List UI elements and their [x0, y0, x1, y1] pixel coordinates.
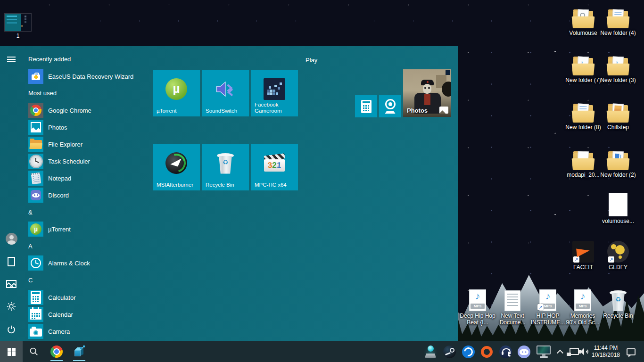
tile-facebook-gameroom[interactable]: Facebook Gameroom	[251, 70, 298, 116]
folder-documents-icon	[607, 9, 629, 28]
uplay-icon	[462, 346, 475, 358]
tray-monitor-app-button[interactable]	[534, 341, 553, 362]
app-task-scheduler[interactable]: Task Scheduler	[28, 154, 152, 169]
folder-plain-icon	[572, 151, 594, 170]
desktop-icon-new-folder-8[interactable]: New folder (8)	[565, 100, 601, 131]
desktop-icon-new-text-document[interactable]: New Text Docume...	[495, 288, 530, 326]
desktop-icon-label: GLDFY	[600, 264, 636, 271]
app-calendar[interactable]: Calendar	[28, 307, 152, 322]
folder-music-icon	[572, 57, 594, 75]
tile-utorrent[interactable]: µTorrent	[153, 70, 200, 116]
chrome-icon	[50, 346, 63, 358]
wallpaper-engine-icon	[423, 345, 438, 359]
desktop-icon-label: 1	[3, 33, 33, 39]
soundswitch-icon	[215, 79, 236, 99]
tray-uplay-button[interactable]	[459, 341, 477, 362]
taskbar-clock[interactable]: 11:44 PM 10/18/2018	[590, 341, 621, 362]
tile-soundswitch[interactable]: SoundSwitch	[202, 70, 249, 116]
shortcut-arrow-icon	[537, 304, 544, 310]
desktop-icon-label: Memories 90's Old Sc...	[565, 313, 601, 326]
settings-button[interactable]	[0, 296, 23, 317]
windows-logo-icon	[8, 348, 16, 356]
tile-mpc-hc[interactable]: 321 MPC-HC x64	[251, 144, 298, 190]
action-center-button[interactable]	[621, 341, 640, 362]
section-recently-added: Recently added	[28, 56, 71, 63]
tray-network-button[interactable]	[566, 341, 578, 362]
app-camera[interactable]: Camera	[28, 324, 152, 339]
start-button[interactable]	[0, 341, 23, 362]
section-symbol: &	[28, 209, 33, 216]
app-file-explorer[interactable]: File Explorer	[28, 137, 152, 152]
tray-discord-button[interactable]	[515, 341, 533, 362]
text-file-icon	[504, 290, 520, 311]
tray-origin-button[interactable]	[478, 341, 495, 362]
app-photos[interactable]: Photos	[28, 120, 152, 135]
user-account-button[interactable]	[0, 228, 23, 249]
tray-steam-button[interactable]	[440, 341, 458, 362]
app-notepad[interactable]: Notepad	[28, 171, 152, 186]
headset-icon	[499, 346, 512, 358]
desktop-icon-memories[interactable]: MP3 Memories 90's Old Sc...	[565, 288, 601, 326]
taskbar-modapi-button[interactable]	[68, 341, 91, 362]
desktop-icon-label: Deep Hip Hop Beat {I...	[460, 313, 495, 326]
app-calculator[interactable]: Calculator	[28, 290, 152, 305]
desktop-icon-new-folder-7[interactable]: New folder (7)	[565, 53, 601, 83]
pictures-button[interactable]	[0, 273, 23, 294]
app-easeus-data-recovery[interactable]: EaseUS Data Recovery Wizard	[28, 69, 152, 84]
calculator-icon	[361, 100, 372, 113]
speaker-volume-icon	[579, 347, 590, 356]
shortcut-arrow-icon	[573, 256, 579, 263]
tile-msi-afterburner[interactable]: MSIAfterburner	[153, 144, 200, 190]
mp3-badge: MP3	[576, 304, 590, 309]
desktop-icon-faceit[interactable]: FACEIT	[565, 240, 601, 271]
desktop-icon-chillstep[interactable]: Chillstep	[600, 100, 636, 131]
desktop-icon-new-folder-2[interactable]: New folder (2)	[600, 148, 636, 178]
app-utorrent[interactable]: µTorrent	[28, 222, 152, 237]
desktop-icon-recycle-bin[interactable]: ♻ Recycle Bin	[600, 288, 636, 319]
screenshot-thumbnail-icon	[5, 14, 31, 31]
user-avatar-icon	[6, 233, 17, 245]
app-alarms-clock[interactable]: Alarms & Clock	[28, 255, 152, 271]
tray-volume-button[interactable]	[578, 341, 590, 362]
app-google-chrome[interactable]: Google Chrome	[28, 103, 152, 118]
origin-icon	[481, 346, 493, 358]
documents-button[interactable]	[0, 251, 23, 272]
search-button[interactable]	[23, 341, 45, 362]
start-menu: Recently added EaseUS Data Recovery Wiza…	[0, 46, 458, 341]
desktop-icon-screenshot-1[interactable]: 1	[3, 8, 33, 39]
desktop-icon-volumouse-file[interactable]: volumouse...	[600, 194, 636, 224]
desktop-icon-hip-hop-instrumental[interactable]: MP3 HIP HOP INSTRUME...	[530, 288, 566, 326]
desktop-icon-new-folder-3[interactable]: New folder (3)	[600, 53, 636, 83]
photos-icon	[28, 120, 43, 135]
camera-icon	[28, 324, 43, 339]
desktop-icon-modapi[interactable]: modapi_20...	[565, 148, 601, 178]
clock-date: 10/18/2018	[592, 352, 620, 359]
tray-show-hidden-icons-button[interactable]	[554, 341, 566, 362]
desktop-icon-deep-hip-hop[interactable]: MP3 Deep Hip Hop Beat {I...	[460, 288, 495, 326]
tile-recycle-bin[interactable]: ♻ Recycle Bin	[202, 144, 249, 190]
calculator-icon	[28, 290, 43, 305]
desktop-icon-label: Recycle Bin	[600, 313, 636, 319]
tray-headset-app-button[interactable]	[496, 341, 514, 362]
desktop-icon-new-folder-4[interactable]: New folder (4)	[600, 6, 636, 36]
taskbar-chrome-button[interactable]	[45, 341, 68, 362]
photos-tile-label: Photos	[407, 107, 428, 114]
tile-small-calculator[interactable]	[355, 95, 377, 117]
desktop-icon-gldfy[interactable]: GLDFY	[600, 240, 636, 271]
tile-small-maps[interactable]	[379, 95, 401, 117]
tray-wallpaper-engine-button[interactable]	[421, 341, 439, 362]
desktop-icon-label: Chillstep	[600, 124, 636, 131]
desktop-icon-label: New folder (7)	[565, 77, 601, 83]
text-file-icon	[609, 193, 627, 216]
hamburger-icon	[7, 57, 16, 62]
calendar-icon	[28, 307, 43, 322]
power-button[interactable]	[0, 319, 23, 340]
photos-glyph-icon	[439, 107, 448, 114]
tile-group-label-play[interactable]: Play	[305, 57, 317, 64]
file-explorer-icon	[28, 137, 43, 152]
app-discord[interactable]: Discord	[28, 188, 152, 203]
desktop-icon-volumouse[interactable]: Volumouse	[565, 6, 601, 36]
tile-photos-live[interactable]: Photos	[403, 69, 451, 117]
desktop-icon-label: New folder (3)	[600, 77, 636, 83]
expand-menu-button[interactable]	[0, 49, 23, 70]
